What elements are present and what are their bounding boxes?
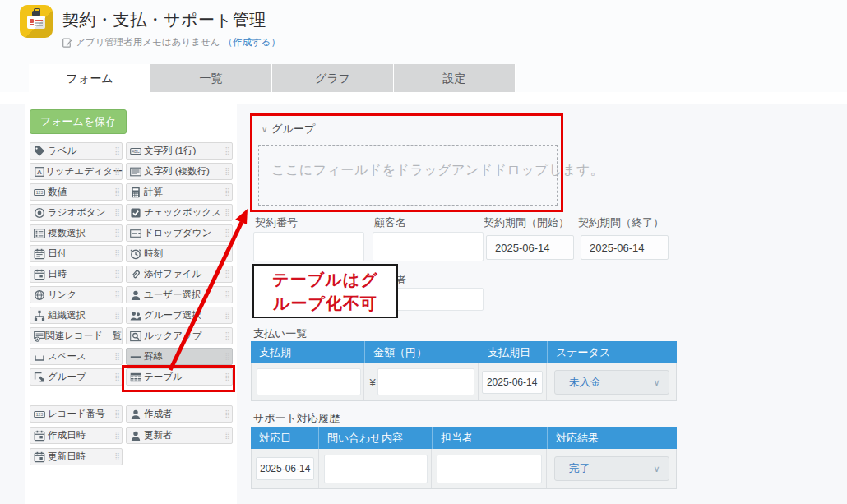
palette-item-text-single[interactable]: ABC文字列 (1行)⣿ [126, 142, 233, 160]
drag-handle-icon[interactable]: ⣿ [224, 328, 230, 344]
palette-item-group[interactable]: グループ⣿ [30, 368, 123, 386]
drag-handle-icon[interactable]: ⣿ [114, 143, 120, 159]
support-date-input[interactable]: 2025-06-14 [256, 457, 314, 480]
drag-handle-icon[interactable]: ⣿ [114, 307, 120, 323]
palette-item-date[interactable]: 日付⣿ [30, 245, 123, 262]
drag-handle-icon[interactable]: ⣿ [224, 369, 230, 385]
palette-item-number[interactable]: 123レコード番号⣿ [30, 405, 123, 423]
tab-0[interactable]: フォーム [29, 64, 150, 92]
group-field-toggle[interactable]: ∨ グループ [262, 122, 315, 136]
palette-item-rich-editor[interactable]: Aリッチエディター⣿ [30, 163, 123, 180]
memo-create-link[interactable]: （作成する） [223, 36, 280, 49]
svg-text:A: A [37, 169, 42, 176]
palette-item-tag[interactable]: ラベル⣿ [30, 142, 123, 160]
drag-handle-icon[interactable]: ⣿ [114, 428, 120, 443]
payment-table-header-2[interactable]: 支払期日 [479, 341, 547, 363]
palette-item-table[interactable]: テーブル⣿ [126, 368, 233, 386]
payment-amount-input[interactable] [377, 368, 474, 395]
palette-item-datetime[interactable]: 作成日時⣿ [30, 427, 123, 444]
palette-item-dropdown[interactable]: ドロップダウン⣿ [126, 224, 233, 242]
palette-item-datetime[interactable]: 更新日時⣿ [30, 448, 123, 465]
palette-item-lookup[interactable]: ルックアップ⣿ [126, 327, 233, 344]
drag-handle-icon[interactable]: ⣿ [114, 225, 120, 241]
support-table-header-0[interactable]: 対応日 [251, 427, 318, 449]
drag-handle-icon[interactable]: ⣿ [224, 428, 230, 443]
drag-handle-icon[interactable]: ⣿ [224, 164, 230, 179]
drag-handle-icon[interactable]: ⣿ [224, 143, 230, 159]
palette-item-calc[interactable]: 計算⣿ [126, 183, 233, 201]
palette-item-number[interactable]: 123数値⣿ [30, 183, 123, 201]
support-inquiry-input[interactable] [324, 455, 428, 483]
drag-handle-icon[interactable]: ⣿ [114, 266, 120, 282]
drag-handle-icon[interactable]: ⣿ [114, 164, 120, 179]
customer-name-input[interactable] [373, 232, 484, 261]
payment-status-value: 未入金 [569, 375, 654, 390]
datetime-icon [34, 269, 48, 280]
support-staff-input[interactable] [437, 455, 542, 483]
support-table-row: 2025-06-14 完了 ∨ [251, 449, 677, 489]
palette-item-org-select[interactable]: 組織選択⣿ [30, 307, 123, 324]
support-table-header-1[interactable]: 問い合わせ内容 [318, 427, 432, 449]
tab-3[interactable]: 設定 [394, 64, 516, 92]
palette-item-link[interactable]: リンク⣿ [30, 286, 123, 303]
drag-handle-icon[interactable]: ⣿ [114, 369, 120, 385]
callout-line-1: テーブルはグ [254, 268, 396, 292]
svg-text:123: 123 [36, 190, 44, 195]
palette-item-user-select[interactable]: ユーザー選択⣿ [126, 286, 233, 303]
support-table-header-2[interactable]: 担当者 [432, 427, 547, 449]
drag-handle-icon[interactable]: ⣿ [114, 205, 120, 220]
tab-2[interactable]: グラフ [272, 64, 394, 92]
drag-handle-icon[interactable]: ⣿ [224, 225, 230, 241]
drag-handle-icon[interactable]: ⣿ [114, 184, 120, 200]
support-table-header-3[interactable]: 対応結果 [547, 427, 677, 449]
payment-period-input[interactable] [257, 368, 361, 395]
palette-item-time[interactable]: 時刻⣿ [126, 245, 233, 262]
drag-handle-icon[interactable]: ⣿ [114, 449, 120, 465]
support-result-dropdown[interactable]: 完了 ∨ [554, 456, 669, 481]
contract-end-date-input[interactable]: 2025-06-14 [581, 235, 669, 260]
content-top-strip [0, 92, 847, 104]
drag-handle-icon[interactable]: ⣿ [114, 406, 120, 422]
tab-1[interactable]: 一覧 [150, 64, 272, 92]
save-form-button[interactable]: フォームを保存 [30, 109, 127, 134]
drag-handle-icon[interactable]: ⣿ [224, 287, 230, 303]
palette-item-checkbox[interactable]: チェックボックス⣿ [126, 204, 233, 221]
palette-item-attachment[interactable]: 添付ファイル⣿ [126, 266, 233, 283]
chevron-down-icon: ∨ [654, 377, 660, 388]
palette-item-label: 複数選択 [48, 227, 86, 239]
drag-handle-icon[interactable]: ⣿ [224, 205, 230, 220]
contract-start-date-input[interactable]: 2025-06-14 [486, 235, 574, 260]
palette-item-multi-select[interactable]: 複数選択⣿ [30, 224, 123, 242]
palette-item-label: リンク [48, 289, 76, 301]
drag-handle-icon[interactable]: ⣿ [224, 184, 230, 200]
payment-status-dropdown[interactable]: 未入金 ∨ [554, 370, 669, 395]
drag-handle-icon[interactable]: ⣿ [224, 246, 230, 261]
palette-item-label: 更新者 [144, 429, 173, 442]
radio-icon [34, 207, 48, 219]
palette-item-user-select[interactable]: 作成者⣿ [126, 405, 233, 423]
palette-item-space[interactable]: スペース⣿ [30, 348, 123, 365]
palette-item-hr[interactable]: 罫線⣿ [126, 348, 233, 365]
drag-handle-icon[interactable]: ⣿ [114, 287, 120, 303]
drag-handle-icon[interactable]: ⣿ [224, 307, 230, 323]
payment-table-header-1[interactable]: 金額（円） [364, 341, 479, 363]
payment-due-date-input[interactable]: 2025-06-14 [482, 371, 543, 394]
palette-item-related-records[interactable]: 関連レコード一覧⣿ [30, 327, 123, 344]
palette-item-text-multi[interactable]: 文字列 (複数行)⣿ [126, 163, 233, 180]
drag-handle-icon[interactable]: ⣿ [114, 349, 120, 364]
palette-item-group-select[interactable]: グループ選択⣿ [126, 307, 233, 324]
palette-item-datetime[interactable]: 日時⣿ [30, 266, 123, 283]
support-table-title: サポート対応履歴 [253, 411, 340, 426]
drag-handle-icon[interactable]: ⣿ [224, 349, 230, 364]
contract-number-input[interactable] [253, 232, 364, 261]
palette-item-user-select[interactable]: 更新者⣿ [126, 427, 233, 444]
palette-item-label: ラジオボタン [48, 206, 106, 219]
palette-divider [30, 400, 233, 400]
palette-item-radio[interactable]: ラジオボタン⣿ [30, 204, 123, 221]
drag-handle-icon[interactable]: ⣿ [114, 246, 120, 261]
drag-handle-icon[interactable]: ⣿ [224, 266, 230, 282]
payment-table-header-3[interactable]: ステータス [547, 341, 677, 363]
payment-table-header-0[interactable]: 支払期 [251, 341, 364, 363]
drag-handle-icon[interactable]: ⣿ [114, 328, 120, 344]
drag-handle-icon[interactable]: ⣿ [224, 406, 230, 422]
